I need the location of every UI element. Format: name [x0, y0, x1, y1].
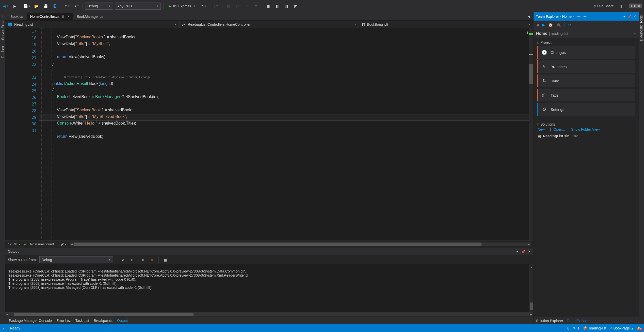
bookmark3-button[interactable]: ◨	[283, 3, 290, 10]
bottom-tabs: Package Manager Console Error List Task …	[5, 316, 533, 324]
tab-error-list[interactable]: Error List	[56, 319, 71, 323]
gear-icon: ⚙	[541, 107, 547, 112]
tab-task-list[interactable]: Task List	[75, 319, 89, 323]
nav-forward-button[interactable]: ▶	[11, 3, 18, 10]
play-icon: ▶	[169, 4, 171, 8]
clear-output-button[interactable]: ≋	[119, 256, 126, 263]
open-file-button[interactable]: 📂	[33, 3, 40, 10]
te-title: Team Explorer - Home	[536, 14, 572, 19]
tab-package-manager[interactable]: Package Manager Console	[9, 319, 52, 323]
output-show-button[interactable]: ▦	[162, 256, 169, 263]
save-all-button[interactable]: 🗄	[51, 3, 58, 10]
te-showfolder-link[interactable]: Show Folder View	[571, 127, 600, 131]
status-repo-button[interactable]: 📦 reading-list	[583, 326, 606, 330]
horizontal-scrollbar[interactable]: ◀▶	[70, 243, 531, 246]
te-solution-item[interactable]: ▣ ReadingList.sln | src	[537, 132, 635, 140]
output-content[interactable]: 'iisexpress.exe' (CoreCLR: clrhost): Loa…	[5, 264, 533, 312]
config-dropdown[interactable]: Debug▼	[85, 3, 113, 10]
bookmark2-button[interactable]: ◧	[274, 3, 281, 10]
server-explorer-tab[interactable]: Server Explorer	[0, 12, 5, 43]
te-close-button[interactable]: ✕	[634, 15, 636, 18]
te-solutions-label[interactable]: ▢Solutions	[537, 122, 635, 126]
solution-explorer-tab[interactable]: Solution Explorer	[536, 319, 563, 323]
next-button[interactable]: ⇥	[139, 256, 146, 263]
live-share-button[interactable]: ⎋ Live Share	[592, 4, 616, 8]
status-push-button[interactable]: ↑ 0	[564, 326, 569, 330]
nav-back-button[interactable]: ◀▼	[2, 3, 9, 10]
output-source-dropdown[interactable]: Debug▼	[39, 256, 113, 263]
zoom-dropdown[interactable]: 120 % ▼	[8, 242, 21, 246]
bookmark4-button[interactable]: ◩	[292, 3, 299, 10]
method-icon: ◧	[362, 22, 365, 26]
undo-button[interactable]: ↶▼	[63, 3, 71, 10]
output-close-button[interactable]: ✕	[528, 250, 531, 253]
te-forward-button[interactable]: ▶	[542, 23, 545, 27]
status-pull-button[interactable]: ✎ 1	[573, 326, 579, 330]
file-tab-home-controller[interactable]: HomeController.cs ⊟ ✕	[27, 13, 73, 20]
pin-icon[interactable]: ⊟	[62, 15, 65, 18]
status-branch-button[interactable]: ⑂ BookPage ▴	[610, 326, 633, 330]
status-bar: ▭ Ready ↑ 0 ✎ 1 📦 reading-list ⑂ BookPag…	[0, 324, 644, 332]
file-tab-book-manager[interactable]: BookManager.cs	[73, 13, 107, 20]
te-home-button[interactable]: 🏠	[548, 23, 553, 27]
step-into-button[interactable]: ⤵▼	[213, 3, 220, 10]
team-explorer-tab[interactable]: Team Explorer	[567, 319, 590, 323]
branches-icon: ⑂	[541, 64, 547, 69]
indent-btn: ▦	[225, 3, 232, 10]
te-plug-button[interactable]: 🔌	[556, 23, 561, 27]
nav-class-dropdown[interactable]: 🗲 ReadingList.Controllers.HomeController…	[180, 21, 359, 28]
tabs-overflow-button[interactable]: ▼	[525, 14, 533, 20]
close-icon[interactable]: ✕	[67, 15, 70, 18]
issues-label: No issues found	[30, 242, 54, 246]
left-sidebar: Server Explorer Toolbox	[0, 12, 5, 324]
te-back-button[interactable]: ◀	[536, 23, 539, 27]
code-editor[interactable]: 17 18 19 20 21 22 23 24 25 26 27 28 29 3…	[5, 28, 533, 240]
diagnostic-tools-tab[interactable]: Diagnostic Tools	[639, 12, 644, 44]
toolbox-tab[interactable]: Toolbox	[0, 43, 5, 61]
te-crumb-main: Home	[536, 31, 547, 36]
prev-button[interactable]: ⇤	[129, 256, 136, 263]
output-title: Output	[8, 249, 19, 253]
output-pin-button[interactable]: 📌	[521, 250, 525, 253]
vertical-scrollbar[interactable]	[529, 28, 533, 240]
te-sync-button[interactable]: ⇅Sync	[537, 74, 635, 87]
output-hscroll[interactable]: ◀ ▶	[5, 312, 533, 316]
te-settings-button[interactable]: ⚙Settings	[537, 103, 635, 116]
te-open-link[interactable]: Open...	[554, 127, 565, 131]
split-editor-button[interactable]: ⫞	[526, 29, 528, 36]
te-menu-button[interactable]: ▼	[623, 15, 626, 18]
te-branches-button[interactable]: ⑂Branches	[537, 60, 635, 73]
feedback-button[interactable]: ◫	[618, 3, 625, 10]
output-dropdown-menu[interactable]: ▼	[516, 250, 519, 253]
nav-project-dropdown[interactable]: 🌐 ReadingList▼	[5, 21, 180, 28]
code-area[interactable]: ViewData["ShelvedBooks"] = shelvedBooks;…	[39, 28, 533, 240]
te-crumb-dropdown[interactable]: ▼	[634, 32, 636, 35]
nav-bar: 🌐 ReadingList▼ 🗲 ReadingList.Controllers…	[5, 21, 533, 28]
te-project-label[interactable]: ▢Project	[537, 40, 635, 44]
refresh-button[interactable]: ⟳▼	[200, 3, 207, 10]
main-toolbar: ◀▼ ▶ 📄▼ 📂 💾 🗄 ↶▼ ↷▼ Debug▼ Any CPU▼ ▶IIS…	[0, 0, 644, 12]
save-button[interactable]: 💾	[42, 3, 49, 10]
tab-output[interactable]: Output	[117, 319, 128, 323]
bookmark1-button[interactable]: ◼	[265, 3, 272, 10]
clock-icon: 🕓	[541, 50, 547, 55]
cleanup-button[interactable]: 🖌▼	[61, 242, 67, 246]
status-notifications-button[interactable]: 🔔2	[637, 326, 641, 330]
nav-member-dropdown[interactable]: ◧ Book(long id)▼	[359, 21, 533, 28]
toggle-wrap-button[interactable]: ⤬	[148, 256, 155, 263]
codelens-info[interactable]: 0 references | Leslie Richardson, 73 day…	[39, 75, 151, 79]
te-pin-button[interactable]: 📌	[628, 15, 632, 18]
platform-dropdown[interactable]: Any CPU▼	[115, 3, 161, 10]
file-tab-book[interactable]: Book.cs	[7, 13, 27, 20]
run-button[interactable]: ▶IIS Express▼	[166, 3, 198, 10]
te-tags-button[interactable]: 🏷Tags	[537, 89, 635, 101]
tab-breakpoints[interactable]: Breakpoints	[94, 319, 112, 323]
redo-button[interactable]: ↷▼	[73, 3, 80, 10]
status-window-icon[interactable]: ▭	[3, 326, 6, 330]
class-icon: 🗲	[182, 22, 186, 26]
te-new-link[interactable]: New...	[538, 127, 548, 131]
new-item-button[interactable]: 📄▼	[24, 3, 31, 10]
show-output-from-label: Show output from:	[8, 258, 37, 262]
te-changes-button[interactable]: 🕓Changes	[537, 46, 635, 59]
te-refresh-button[interactable]: ⟳	[568, 23, 572, 27]
